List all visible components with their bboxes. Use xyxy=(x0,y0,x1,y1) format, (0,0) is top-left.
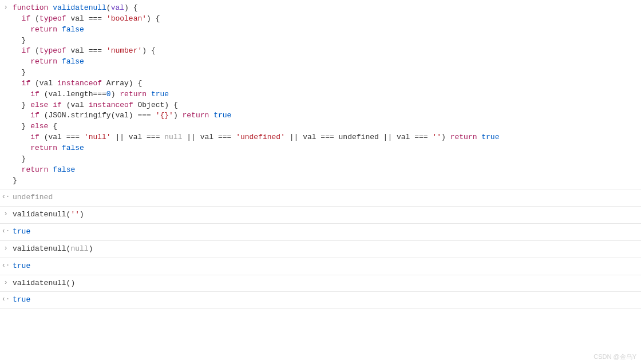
result-icon: ‹· xyxy=(0,260,11,271)
code-token: (val.length=== xyxy=(39,90,106,98)
code-token: false xyxy=(62,25,84,34)
code-token: || val === xyxy=(183,133,236,141)
console-line-content: function validatenull(val) { if (typeof … xyxy=(11,2,641,187)
code-token: ( xyxy=(106,3,111,12)
code-token: if xyxy=(22,79,31,88)
code-token xyxy=(209,111,213,120)
prompt-icon: › xyxy=(0,208,11,219)
code-token: } xyxy=(13,101,30,109)
code-token: return xyxy=(450,133,477,141)
code-token xyxy=(13,79,22,88)
code-token: undefined xyxy=(13,193,53,201)
console-line-content: true xyxy=(11,260,641,273)
code-token xyxy=(13,57,30,66)
code-token: val === xyxy=(66,46,106,55)
result-icon: ‹· xyxy=(0,225,11,236)
console-input-row: ›validatenull() xyxy=(0,275,641,292)
code-token: { xyxy=(48,122,57,130)
code-token: if xyxy=(22,46,31,55)
code-token: false xyxy=(62,57,84,66)
console-output-row: ‹·true xyxy=(0,292,641,309)
code-token xyxy=(57,57,62,66)
code-token: false xyxy=(53,165,75,174)
code-token: else xyxy=(30,101,48,109)
console-line-content: validatenull() xyxy=(11,277,641,290)
code-token: validatenull() xyxy=(13,279,75,287)
code-token xyxy=(57,144,62,152)
prompt-icon: › xyxy=(0,2,11,13)
code-token xyxy=(13,111,30,120)
code-token: val === xyxy=(66,14,106,23)
code-token: else xyxy=(30,122,48,130)
code-token: ( xyxy=(30,14,39,23)
console-line-content: true xyxy=(11,225,641,239)
code-token: ) { xyxy=(124,3,137,12)
devtools-console: ›function validatenull(val) { if (typeof… xyxy=(0,0,641,309)
console-output-row: ‹·true xyxy=(0,258,641,275)
code-token: if xyxy=(30,133,39,141)
code-token: if xyxy=(22,14,31,23)
code-token: Array) { xyxy=(102,79,142,88)
code-token: val xyxy=(111,3,124,12)
code-token: instanceof xyxy=(89,101,133,109)
code-token: } xyxy=(13,155,26,163)
code-token: return xyxy=(30,57,57,66)
code-token: if xyxy=(53,101,62,109)
code-token: ) xyxy=(173,111,183,120)
console-line-content: true xyxy=(11,294,641,307)
console-input-row: ›validatenull(null) xyxy=(0,241,641,258)
code-token: (JSON.stringify(val) === xyxy=(39,111,156,120)
code-token: } xyxy=(13,36,26,45)
console-input-row: ›validatenull('') xyxy=(0,207,641,224)
code-token: true xyxy=(151,90,169,98)
code-token: (val xyxy=(30,79,57,88)
console-line-content: validatenull(null) xyxy=(11,243,641,256)
code-token: false xyxy=(62,144,84,152)
code-token: || val === undefined || val === xyxy=(285,133,432,141)
result-icon: ‹· xyxy=(0,294,11,304)
console-input-row: ›function validatenull(val) { if (typeof… xyxy=(0,0,641,189)
code-token: return xyxy=(30,25,57,34)
code-token: ( xyxy=(30,46,39,55)
code-token: } xyxy=(13,122,30,130)
code-token: true xyxy=(13,227,30,236)
prompt-icon: › xyxy=(0,277,11,288)
code-token: typeof xyxy=(39,14,66,23)
code-token: return xyxy=(30,144,57,152)
code-token xyxy=(13,25,30,34)
code-token xyxy=(13,144,30,152)
code-token: 0 xyxy=(106,90,111,98)
code-token: } xyxy=(13,176,17,185)
code-token: return xyxy=(120,90,147,98)
code-token: validatenull( xyxy=(13,244,70,253)
code-token: 'null' xyxy=(84,133,111,141)
code-token xyxy=(13,90,30,98)
code-token: null xyxy=(70,244,88,253)
code-token: '' xyxy=(70,210,80,219)
code-token xyxy=(147,90,151,98)
code-token: true xyxy=(13,295,30,304)
code-token: typeof xyxy=(39,46,66,55)
code-token: '{}' xyxy=(156,111,173,120)
code-token: return xyxy=(22,165,49,174)
console-output-row: ‹·undefined xyxy=(0,189,641,207)
code-token: 'number' xyxy=(106,46,142,55)
code-token xyxy=(13,14,22,23)
code-token: 'undefined' xyxy=(236,133,285,141)
prompt-icon: › xyxy=(0,243,11,254)
code-token: validatenull xyxy=(53,3,106,12)
code-token: ) xyxy=(89,244,93,253)
code-token: if xyxy=(30,111,39,120)
console-line-content: undefined xyxy=(11,191,641,204)
console-line-content: validatenull('') xyxy=(11,208,641,221)
code-token: return xyxy=(183,111,209,120)
code-token xyxy=(57,25,62,34)
code-token: validatenull( xyxy=(13,210,70,219)
code-token: '' xyxy=(432,133,441,141)
code-token: ) xyxy=(111,90,120,98)
code-token: ) xyxy=(441,133,450,141)
code-token: } xyxy=(13,68,26,77)
code-token xyxy=(13,133,30,141)
code-token: null xyxy=(164,133,182,141)
code-token: || val === xyxy=(111,133,165,141)
